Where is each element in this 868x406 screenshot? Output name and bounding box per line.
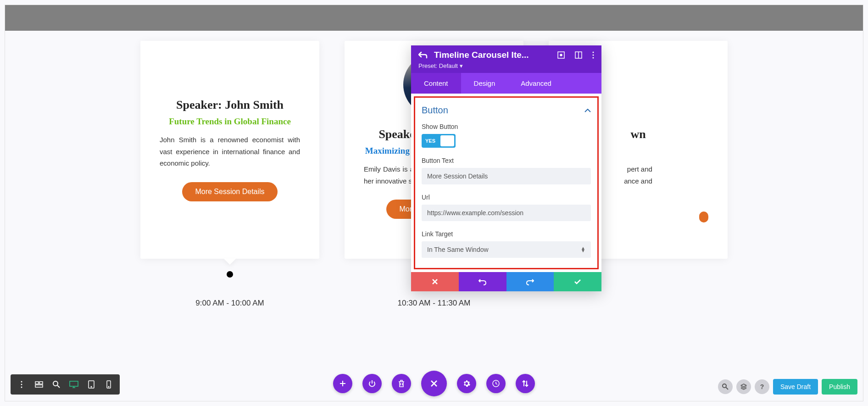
wireframe-icon[interactable] bbox=[31, 377, 47, 392]
center-toolbar bbox=[333, 371, 535, 396]
dots-icon[interactable] bbox=[13, 377, 30, 392]
top-gray-bar bbox=[5, 5, 863, 31]
card-1[interactable]: Speaker: John Smith Future Trends in Glo… bbox=[140, 41, 319, 259]
panel-undo-button[interactable] bbox=[459, 272, 506, 291]
panel-close-button[interactable] bbox=[411, 272, 459, 291]
panel-footer bbox=[411, 272, 601, 291]
preset-label[interactable]: Preset: Default ▾ bbox=[418, 62, 594, 69]
svg-point-5 bbox=[593, 55, 594, 56]
panel-tabs: Content Design Advanced bbox=[411, 73, 601, 94]
svg-point-7 bbox=[21, 381, 22, 383]
panel-redo-button[interactable] bbox=[506, 272, 554, 291]
show-button-toggle[interactable]: YES bbox=[422, 134, 456, 148]
svg-point-1 bbox=[560, 54, 562, 56]
card-pointer bbox=[223, 258, 236, 265]
back-icon[interactable] bbox=[418, 51, 428, 59]
chevron-up-icon[interactable] bbox=[584, 109, 591, 112]
search-icon[interactable] bbox=[718, 379, 733, 394]
svg-point-9 bbox=[21, 387, 22, 388]
session-details-button[interactable] bbox=[699, 211, 708, 222]
timeline-item-1: Speaker: John Smith Future Trends in Glo… bbox=[140, 41, 319, 308]
publish-toolbar: ? Save Draft Publish bbox=[718, 379, 857, 395]
svg-line-14 bbox=[57, 385, 60, 388]
tablet-view-icon[interactable] bbox=[83, 377, 100, 392]
layout-icon[interactable] bbox=[575, 51, 582, 59]
toggle-knob bbox=[440, 135, 454, 146]
card-description: pert and ance and bbox=[624, 163, 652, 199]
url-label: Url bbox=[422, 194, 591, 201]
trash-button[interactable] bbox=[392, 374, 411, 393]
history-button[interactable] bbox=[486, 374, 506, 393]
responsive-toolbar bbox=[11, 374, 120, 395]
panel-body: Button Show Button YES Button Text Url L… bbox=[414, 96, 599, 269]
timeline-time: 10:30 AM - 11:30 AM bbox=[398, 299, 471, 308]
svg-rect-10 bbox=[35, 382, 39, 384]
power-button[interactable] bbox=[362, 374, 382, 393]
card-description: John Smith is a renowned economist with … bbox=[160, 134, 300, 169]
expand-icon[interactable] bbox=[557, 51, 565, 59]
select-arrows-icon: ▲▼ bbox=[581, 247, 585, 252]
svg-point-8 bbox=[21, 384, 22, 385]
panel-title: Timeline Carousel Ite... bbox=[434, 50, 551, 60]
mobile-view-icon[interactable] bbox=[100, 377, 117, 392]
timeline-time: 9:00 AM - 10:00 AM bbox=[195, 299, 264, 308]
add-button[interactable] bbox=[333, 374, 352, 393]
help-icon[interactable]: ? bbox=[755, 379, 769, 394]
tab-content[interactable]: Content bbox=[411, 73, 461, 94]
zoom-icon[interactable] bbox=[48, 377, 65, 392]
publish-button[interactable]: Publish bbox=[822, 379, 857, 395]
button-text-input[interactable] bbox=[422, 168, 591, 184]
desktop-view-icon[interactable] bbox=[66, 377, 82, 392]
svg-point-21 bbox=[108, 386, 109, 387]
svg-point-23 bbox=[723, 384, 726, 388]
panel-header[interactable]: Timeline Carousel Ite... Preset: Default… bbox=[411, 45, 601, 73]
toggle-yes-text: YES bbox=[425, 138, 435, 144]
section-title[interactable]: Button bbox=[422, 105, 448, 116]
link-target-select[interactable] bbox=[422, 241, 591, 258]
session-details-button[interactable]: More Session Details bbox=[182, 182, 277, 201]
card-title: wn bbox=[630, 128, 645, 141]
timeline-dot bbox=[227, 271, 233, 278]
svg-line-24 bbox=[726, 387, 728, 389]
svg-point-6 bbox=[593, 57, 594, 59]
card-subtitle: Future Trends in Global Finance bbox=[169, 117, 291, 127]
button-text-label: Button Text bbox=[422, 157, 591, 164]
tab-advanced[interactable]: Advanced bbox=[508, 73, 564, 94]
link-target-label: Link Target bbox=[422, 230, 591, 238]
sort-button[interactable] bbox=[516, 374, 535, 393]
svg-point-19 bbox=[91, 386, 92, 387]
svg-point-4 bbox=[593, 52, 594, 53]
svg-rect-11 bbox=[39, 382, 43, 384]
layers-icon[interactable] bbox=[736, 379, 751, 394]
more-icon[interactable] bbox=[592, 51, 594, 59]
panel-confirm-button[interactable] bbox=[554, 272, 601, 291]
svg-rect-12 bbox=[35, 385, 43, 387]
tab-design[interactable]: Design bbox=[461, 73, 508, 94]
svg-point-13 bbox=[53, 381, 58, 386]
settings-panel: Timeline Carousel Ite... Preset: Default… bbox=[411, 45, 601, 291]
card-title: Speaker: John Smith bbox=[176, 98, 284, 112]
save-draft-button[interactable]: Save Draft bbox=[773, 379, 818, 395]
svg-rect-15 bbox=[70, 381, 78, 386]
url-input[interactable] bbox=[422, 205, 591, 221]
show-button-label: Show Button bbox=[422, 123, 591, 130]
close-button[interactable] bbox=[421, 371, 447, 396]
settings-button[interactable] bbox=[457, 374, 476, 393]
